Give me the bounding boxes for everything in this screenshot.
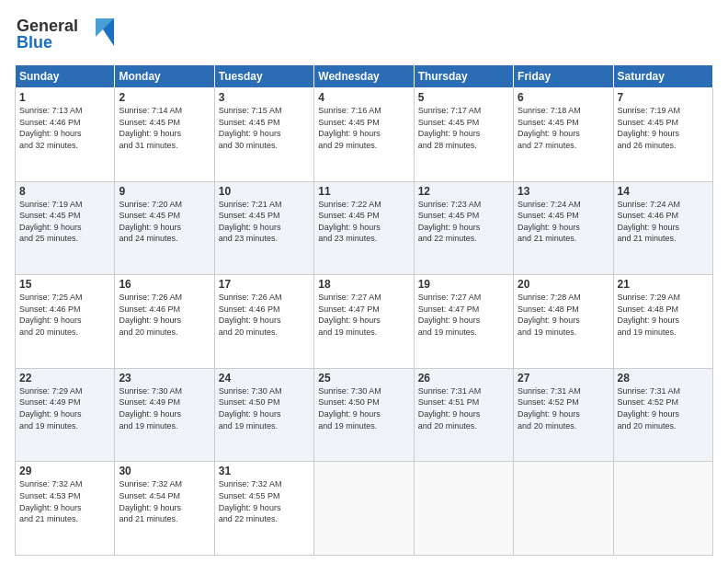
day-header-friday: Friday xyxy=(514,65,613,88)
calendar-cell: 26Sunrise: 7:31 AM Sunset: 4:51 PM Dayli… xyxy=(414,368,513,462)
calendar-cell: 8Sunrise: 7:19 AM Sunset: 4:45 PM Daylig… xyxy=(16,181,115,275)
day-number: 2 xyxy=(119,91,210,104)
day-number: 10 xyxy=(219,185,310,198)
day-number: 11 xyxy=(318,185,409,198)
day-info: Sunrise: 7:32 AM Sunset: 4:55 PM Dayligh… xyxy=(219,478,310,524)
day-info: Sunrise: 7:29 AM Sunset: 4:48 PM Dayligh… xyxy=(618,292,709,338)
day-number: 24 xyxy=(219,372,310,385)
days-header-row: SundayMondayTuesdayWednesdayThursdayFrid… xyxy=(16,65,713,88)
day-number: 28 xyxy=(618,372,709,385)
calendar-week-row: 1Sunrise: 7:13 AM Sunset: 4:46 PM Daylig… xyxy=(16,88,713,182)
day-info: Sunrise: 7:31 AM Sunset: 4:52 PM Dayligh… xyxy=(618,385,709,431)
day-number: 7 xyxy=(618,91,709,104)
day-number: 29 xyxy=(19,465,110,477)
calendar-cell: 5Sunrise: 7:17 AM Sunset: 4:45 PM Daylig… xyxy=(414,88,513,182)
calendar-body: 1Sunrise: 7:13 AM Sunset: 4:46 PM Daylig… xyxy=(16,88,713,556)
header: General Blue xyxy=(15,11,713,57)
day-info: Sunrise: 7:30 AM Sunset: 4:50 PM Dayligh… xyxy=(318,385,409,431)
day-info: Sunrise: 7:24 AM Sunset: 4:46 PM Dayligh… xyxy=(618,199,709,245)
day-number: 9 xyxy=(119,185,210,198)
calendar-cell: 13Sunrise: 7:24 AM Sunset: 4:45 PM Dayli… xyxy=(514,181,613,275)
logo: General Blue xyxy=(15,11,116,57)
day-number: 22 xyxy=(19,372,110,385)
day-info: Sunrise: 7:32 AM Sunset: 4:54 PM Dayligh… xyxy=(119,478,210,524)
day-number: 13 xyxy=(518,185,609,198)
calendar-cell: 24Sunrise: 7:30 AM Sunset: 4:50 PM Dayli… xyxy=(214,368,313,462)
day-number: 27 xyxy=(518,372,609,385)
calendar-cell: 9Sunrise: 7:20 AM Sunset: 4:45 PM Daylig… xyxy=(115,181,214,275)
day-number: 25 xyxy=(318,372,409,385)
calendar-cell: 21Sunrise: 7:29 AM Sunset: 4:48 PM Dayli… xyxy=(613,275,712,369)
calendar-cell xyxy=(314,462,414,556)
day-info: Sunrise: 7:15 AM Sunset: 4:45 PM Dayligh… xyxy=(219,105,310,151)
day-number: 31 xyxy=(219,465,310,477)
page: General Blue SundayMondayTuesdayWednesda… xyxy=(0,0,728,563)
day-number: 4 xyxy=(318,91,409,104)
day-number: 20 xyxy=(518,278,609,291)
day-info: Sunrise: 7:28 AM Sunset: 4:48 PM Dayligh… xyxy=(518,292,609,338)
day-info: Sunrise: 7:21 AM Sunset: 4:45 PM Dayligh… xyxy=(219,199,310,245)
calendar-cell: 31Sunrise: 7:32 AM Sunset: 4:55 PM Dayli… xyxy=(214,462,313,556)
day-info: Sunrise: 7:26 AM Sunset: 4:46 PM Dayligh… xyxy=(219,292,310,338)
day-info: Sunrise: 7:20 AM Sunset: 4:45 PM Dayligh… xyxy=(119,199,210,245)
calendar-cell: 27Sunrise: 7:31 AM Sunset: 4:52 PM Dayli… xyxy=(514,368,613,462)
day-number: 1 xyxy=(19,91,110,104)
day-number: 15 xyxy=(19,278,110,291)
calendar-cell: 15Sunrise: 7:25 AM Sunset: 4:46 PM Dayli… xyxy=(16,275,115,369)
day-number: 3 xyxy=(219,91,310,104)
day-info: Sunrise: 7:30 AM Sunset: 4:50 PM Dayligh… xyxy=(219,385,310,431)
day-info: Sunrise: 7:31 AM Sunset: 4:52 PM Dayligh… xyxy=(518,385,609,431)
calendar-week-row: 15Sunrise: 7:25 AM Sunset: 4:46 PM Dayli… xyxy=(16,275,713,369)
calendar-cell: 19Sunrise: 7:27 AM Sunset: 4:47 PM Dayli… xyxy=(414,275,513,369)
calendar-cell: 10Sunrise: 7:21 AM Sunset: 4:45 PM Dayli… xyxy=(214,181,313,275)
day-info: Sunrise: 7:19 AM Sunset: 4:45 PM Dayligh… xyxy=(618,105,709,151)
svg-text:General: General xyxy=(17,17,78,35)
day-number: 12 xyxy=(418,185,509,198)
day-info: Sunrise: 7:17 AM Sunset: 4:45 PM Dayligh… xyxy=(418,105,509,151)
day-info: Sunrise: 7:30 AM Sunset: 4:49 PM Dayligh… xyxy=(119,385,210,431)
calendar-table: SundayMondayTuesdayWednesdayThursdayFrid… xyxy=(15,64,713,556)
calendar-cell: 17Sunrise: 7:26 AM Sunset: 4:46 PM Dayli… xyxy=(214,275,313,369)
day-header-saturday: Saturday xyxy=(613,65,712,88)
day-number: 17 xyxy=(219,278,310,291)
day-info: Sunrise: 7:25 AM Sunset: 4:46 PM Dayligh… xyxy=(19,292,110,338)
day-number: 19 xyxy=(418,278,509,291)
day-header-monday: Monday xyxy=(115,65,214,88)
calendar-cell: 16Sunrise: 7:26 AM Sunset: 4:46 PM Dayli… xyxy=(115,275,214,369)
day-info: Sunrise: 7:19 AM Sunset: 4:45 PM Dayligh… xyxy=(19,199,110,245)
calendar-cell xyxy=(514,462,613,556)
day-info: Sunrise: 7:22 AM Sunset: 4:45 PM Dayligh… xyxy=(318,199,409,245)
calendar-cell: 7Sunrise: 7:19 AM Sunset: 4:45 PM Daylig… xyxy=(613,88,712,182)
day-info: Sunrise: 7:29 AM Sunset: 4:49 PM Dayligh… xyxy=(19,385,110,431)
calendar-week-row: 8Sunrise: 7:19 AM Sunset: 4:45 PM Daylig… xyxy=(16,181,713,275)
day-header-sunday: Sunday xyxy=(16,65,115,88)
day-number: 16 xyxy=(119,278,210,291)
day-number: 14 xyxy=(618,185,709,198)
day-info: Sunrise: 7:26 AM Sunset: 4:46 PM Dayligh… xyxy=(119,292,210,338)
day-header-thursday: Thursday xyxy=(414,65,513,88)
day-number: 30 xyxy=(119,465,210,477)
calendar-cell: 30Sunrise: 7:32 AM Sunset: 4:54 PM Dayli… xyxy=(115,462,214,556)
calendar-cell: 12Sunrise: 7:23 AM Sunset: 4:45 PM Dayli… xyxy=(414,181,513,275)
day-info: Sunrise: 7:27 AM Sunset: 4:47 PM Dayligh… xyxy=(418,292,509,338)
day-number: 18 xyxy=(318,278,409,291)
calendar-cell: 28Sunrise: 7:31 AM Sunset: 4:52 PM Dayli… xyxy=(613,368,712,462)
svg-text:Blue: Blue xyxy=(17,33,52,52)
day-info: Sunrise: 7:31 AM Sunset: 4:51 PM Dayligh… xyxy=(418,385,509,431)
day-header-wednesday: Wednesday xyxy=(314,65,414,88)
calendar-cell: 2Sunrise: 7:14 AM Sunset: 4:45 PM Daylig… xyxy=(115,88,214,182)
logo-text: General Blue xyxy=(15,11,116,57)
day-number: 6 xyxy=(518,91,609,104)
day-info: Sunrise: 7:23 AM Sunset: 4:45 PM Dayligh… xyxy=(418,199,509,245)
day-info: Sunrise: 7:18 AM Sunset: 4:45 PM Dayligh… xyxy=(518,105,609,151)
day-number: 23 xyxy=(119,372,210,385)
calendar-cell: 22Sunrise: 7:29 AM Sunset: 4:49 PM Dayli… xyxy=(16,368,115,462)
day-header-tuesday: Tuesday xyxy=(214,65,313,88)
day-info: Sunrise: 7:32 AM Sunset: 4:53 PM Dayligh… xyxy=(19,478,110,524)
calendar-cell: 11Sunrise: 7:22 AM Sunset: 4:45 PM Dayli… xyxy=(314,181,414,275)
calendar-week-row: 29Sunrise: 7:32 AM Sunset: 4:53 PM Dayli… xyxy=(16,462,713,556)
day-info: Sunrise: 7:27 AM Sunset: 4:47 PM Dayligh… xyxy=(318,292,409,338)
calendar-cell: 23Sunrise: 7:30 AM Sunset: 4:49 PM Dayli… xyxy=(115,368,214,462)
calendar-cell: 6Sunrise: 7:18 AM Sunset: 4:45 PM Daylig… xyxy=(514,88,613,182)
calendar-cell xyxy=(414,462,513,556)
